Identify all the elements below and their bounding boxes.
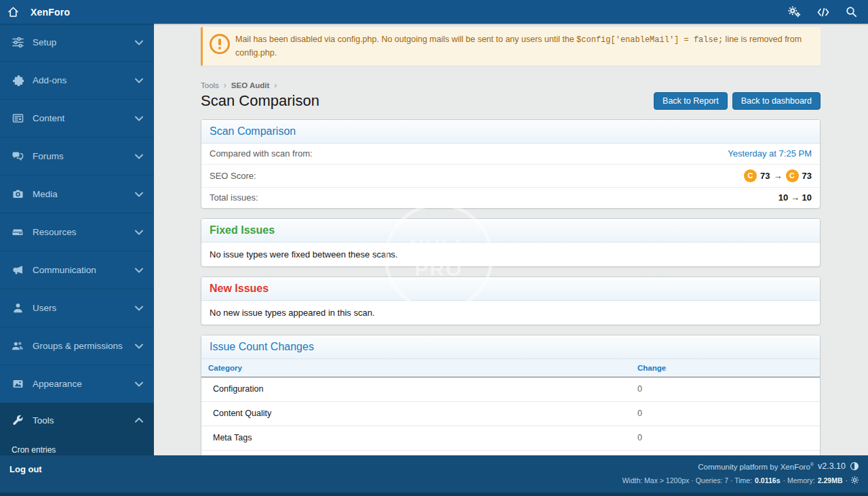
column-header-category[interactable]: Category: [208, 364, 637, 372]
scan-date-link[interactable]: Yesterday at 7:25 PM: [728, 148, 812, 159]
column-header-change[interactable]: Change: [637, 364, 812, 372]
new-issues-panel: New Issues No new issue types appeared i…: [201, 276, 821, 325]
table-row: Meta Tags 0: [201, 426, 820, 451]
fixed-issues-body: No issue types were fixed between these …: [201, 243, 820, 266]
new-issues-header: New Issues: [201, 277, 820, 301]
sidebar-item-forums[interactable]: Forums: [0, 138, 154, 175]
footer-info: Community platform by XenForo® v2.3.10 W…: [622, 461, 859, 484]
page-footer: Log out Community platform by XenForo® v…: [0, 455, 868, 496]
home-icon[interactable]: [7, 6, 19, 18]
camera-icon: [12, 188, 24, 200]
user-icon: [12, 302, 24, 314]
comparison-row-seo-score: SEO Score: C 73 → C 73: [201, 165, 820, 188]
chevron-down-icon: [135, 344, 143, 349]
scan-comparison-panel: Scan Comparison Compared with scan from:…: [201, 119, 821, 209]
sidebar-item-content[interactable]: Content: [0, 100, 154, 138]
footer-platform-line: Community platform by XenForo® v2.3.10: [622, 461, 859, 471]
chevron-down-icon: [135, 306, 143, 311]
image-icon: [12, 378, 24, 390]
platform-text[interactable]: Community platform by XenForo®: [698, 462, 814, 471]
sidebar-item-label: Users: [33, 303, 56, 313]
banner-text-before: Mail has been disabled via config.php. N…: [235, 35, 576, 44]
change-cell: 0: [637, 409, 812, 418]
sidebar-item-label: Tools: [33, 415, 54, 426]
change-cell: 0: [637, 433, 812, 442]
chevron-down-icon: [135, 192, 143, 197]
sidebar-item-label: Media: [33, 189, 58, 199]
sidebar-nav: Setup Add-ons Content: [0, 24, 154, 455]
table-row: Content Quality 0: [201, 402, 820, 426]
gears-icon[interactable]: [788, 6, 801, 18]
warning-icon: [210, 34, 230, 54]
breadcrumb-separator: ›: [224, 81, 226, 90]
breadcrumb-seo-audit[interactable]: SEO Audit: [231, 81, 269, 89]
sidebar-item-groups-permissions[interactable]: Groups & permissions: [0, 327, 154, 365]
debug-text: · Memory:: [783, 476, 814, 484]
chevron-down-icon: [135, 78, 143, 83]
navbar-actions: [788, 6, 868, 18]
comments-icon: [12, 150, 24, 162]
code-icon[interactable]: [817, 7, 829, 18]
sidebar-item-label: Add-ons: [33, 75, 66, 85]
sidebar-item-label: Content: [33, 113, 64, 123]
sidebar-item-add-ons[interactable]: Add-ons: [0, 62, 154, 100]
sidebar-item-label: Appearance: [33, 379, 82, 389]
sidebar-item-communication[interactable]: Communication: [0, 251, 154, 289]
scan-comparison-header: Scan Comparison: [201, 120, 820, 144]
contrast-icon[interactable]: [850, 461, 859, 471]
issue-count-changes-panel: Issue Count Changes Category Change Conf…: [201, 335, 821, 455]
sliders-icon: [12, 37, 24, 48]
chevron-down-icon: [135, 116, 143, 121]
score-new: 73: [802, 171, 812, 181]
footer-debug-line: Width: Max > 1200px · Queries: 7 · Time:…: [622, 476, 859, 484]
sidebar-item-setup[interactable]: Setup: [0, 24, 154, 62]
group-icon: [12, 340, 24, 352]
comparison-row-scan-from: Compared with scan from: Yesterday at 7:…: [201, 144, 820, 165]
issue-count-changes-header: Issue Count Changes: [201, 335, 820, 359]
title-row: Scan Comparison Back to Report Back to d…: [201, 92, 821, 110]
brand-title[interactable]: XenForo: [31, 7, 70, 18]
chevron-down-icon: [135, 40, 143, 45]
logout-link[interactable]: Log out: [9, 464, 42, 474]
breadcrumb: Tools › SEO Audit ›: [201, 81, 821, 90]
debug-text: ·: [846, 476, 848, 484]
sidebar-item-media[interactable]: Media: [0, 175, 154, 213]
chevron-down-icon: [135, 381, 143, 387]
score-grade-badge: C: [786, 169, 799, 182]
issue-table-header: Category Change: [201, 359, 820, 377]
wrench-icon: [12, 415, 24, 426]
sidebar-item-label: Setup: [33, 37, 56, 47]
breadcrumb-tools[interactable]: Tools: [201, 81, 219, 89]
title-actions: Back to Report Back to dashboard: [654, 92, 821, 110]
back-to-dashboard-button[interactable]: Back to dashboard: [732, 92, 821, 110]
debug-gear-icon[interactable]: [850, 476, 859, 484]
row-label: Compared with scan from:: [210, 148, 313, 159]
chevron-down-icon: [135, 154, 143, 159]
category-cell: Content Quality: [208, 409, 637, 418]
category-cell: Meta Tags: [208, 433, 637, 442]
search-icon[interactable]: [846, 6, 857, 18]
sidebar-subitem-label: Cron entries: [12, 445, 56, 455]
table-row: Configuration 0: [201, 377, 820, 402]
sidebar-tools-section: Tools Cron entries: [0, 403, 154, 462]
new-issues-body: No new issue types appeared in this scan…: [201, 301, 820, 325]
megaphone-icon: [12, 264, 24, 276]
chevron-up-icon: [135, 417, 143, 423]
table-row: Schema / JSON-LD 0: [201, 451, 820, 455]
sidebar-item-tools[interactable]: Tools: [0, 403, 154, 437]
sidebar-item-label: Resources: [33, 227, 77, 237]
back-to-report-button[interactable]: Back to Report: [654, 92, 728, 110]
page-title: Scan Comparison: [201, 92, 319, 110]
row-label: Total issues:: [210, 192, 258, 203]
sidebar-item-resources[interactable]: Resources: [0, 213, 154, 251]
top-navbar: XenForo: [0, 0, 868, 24]
sidebar-item-appearance[interactable]: Appearance: [0, 365, 154, 403]
breadcrumb-separator: ›: [274, 81, 277, 90]
sidebar-item-users[interactable]: Users: [0, 289, 154, 327]
score-old: 73: [760, 171, 770, 181]
arrow-right: →: [774, 171, 783, 181]
score-grade-badge: C: [744, 169, 757, 182]
chevron-down-icon: [135, 268, 143, 273]
sidebar-item-label: Groups & permissions: [33, 341, 123, 351]
fixed-issues-panel: Fixed Issues No issue types were fixed b…: [201, 218, 821, 267]
